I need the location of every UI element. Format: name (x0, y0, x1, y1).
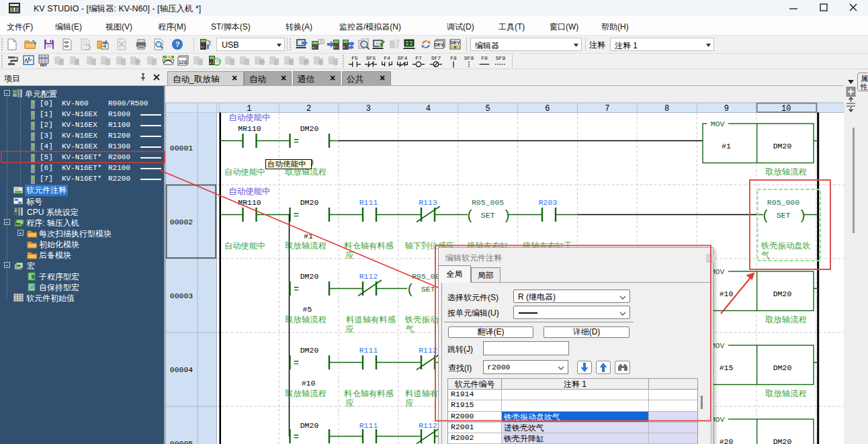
svg-text:=: = (294, 358, 299, 368)
svg-text:DM20: DM20 (773, 290, 792, 298)
svg-text:DM20: DM20 (300, 198, 319, 207)
svg-text:取放轴流程: 取放轴流程 (765, 315, 806, 324)
svg-text:DM20: DM20 (773, 363, 792, 372)
svg-text:MR110: MR110 (238, 198, 261, 207)
svg-text:R112: R112 (359, 272, 378, 281)
svg-text:00004: 00004 (170, 365, 193, 374)
svg-text:料仓轴有料感: 料仓轴有料感 (344, 241, 394, 251)
svg-text:R112: R112 (419, 346, 437, 355)
svg-text:取放轴流程: 取放轴流程 (285, 389, 326, 398)
svg-text:DM20: DM20 (300, 272, 319, 281)
svg-text:DM20: DM20 (300, 124, 319, 133)
svg-text:(: ( (406, 282, 415, 298)
svg-text:气: 气 (761, 251, 769, 260)
svg-text:#1: #1 (304, 232, 313, 240)
svg-text:00001: 00001 (170, 144, 193, 152)
svg-text:R111: R111 (359, 421, 378, 430)
svg-text:4: 4 (426, 104, 431, 114)
svg-text:应: 应 (346, 251, 354, 260)
svg-text:=: = (294, 432, 299, 442)
svg-text:=: = (294, 284, 299, 294)
svg-text:2: 2 (306, 104, 311, 114)
svg-text:应: 应 (346, 324, 354, 334)
svg-text:SET: SET (421, 285, 435, 294)
svg-text:R113: R113 (419, 198, 437, 207)
svg-text:R111: R111 (359, 346, 378, 355)
svg-text:取放轴流程: 取放轴流程 (765, 389, 806, 398)
svg-text:#1: #1 (722, 142, 731, 150)
svg-text:铁壳振动盘吹: 铁壳振动盘吹 (761, 241, 811, 251)
svg-text:(: ( (466, 208, 474, 224)
svg-text:00005: 00005 (170, 439, 193, 444)
svg-text:DM20: DM20 (773, 437, 792, 444)
svg-text:R112: R112 (419, 421, 437, 430)
svg-text:自动使能中: 自动使能中 (228, 113, 271, 122)
svg-text:料道轴有料感: 料道轴有料感 (346, 315, 396, 324)
svg-text:1: 1 (247, 104, 251, 114)
svg-text:#10: #10 (302, 379, 316, 388)
svg-text:MOV: MOV (711, 120, 725, 128)
svg-text:DM20: DM20 (300, 346, 319, 355)
svg-text:00003: 00003 (170, 292, 193, 300)
svg-text:SET: SET (777, 211, 791, 220)
svg-text:R05_005: R05_005 (472, 198, 504, 207)
svg-text:#5: #5 (303, 305, 312, 314)
svg-text:取放轴流程: 取放轴流程 (765, 167, 806, 177)
svg-text:7: 7 (605, 104, 609, 114)
svg-text:=: = (294, 136, 299, 146)
svg-text:MR110: MR110 (238, 124, 261, 133)
svg-text:5: 5 (486, 104, 490, 114)
svg-text:#10: #10 (720, 290, 734, 298)
svg-text:R111: R111 (359, 198, 378, 207)
svg-text:): ) (798, 208, 806, 224)
svg-text:(: ( (761, 208, 769, 224)
svg-text:#20: #20 (720, 437, 734, 444)
svg-text:取放轴流程: 取放轴流程 (285, 241, 326, 251)
svg-text:自动使能中: 自动使能中 (224, 241, 265, 251)
svg-text:6: 6 (545, 104, 550, 114)
svg-text:#15: #15 (720, 363, 734, 372)
svg-text:应: 应 (346, 398, 354, 408)
svg-text:DM20: DM20 (300, 421, 319, 430)
svg-text:00002: 00002 (170, 218, 193, 226)
svg-text:应: 应 (406, 398, 414, 408)
svg-text:SET: SET (481, 211, 495, 220)
svg-text:自动使能中: 自动使能中 (228, 187, 271, 196)
svg-text:8: 8 (664, 104, 669, 114)
svg-text:取放轴流程: 取放轴流程 (285, 315, 326, 324)
svg-text:DM20: DM20 (773, 142, 792, 150)
svg-text:9: 9 (724, 104, 729, 114)
svg-text:): ) (503, 208, 511, 224)
svg-text:料仓轴有料感: 料仓轴有料感 (344, 389, 394, 398)
svg-text:=: = (294, 210, 299, 220)
svg-text:气: 气 (406, 324, 414, 334)
svg-text:自动使能中: 自动使能中 (224, 167, 265, 177)
svg-text:R05_000: R05_000 (767, 198, 799, 207)
svg-text:3: 3 (366, 104, 371, 114)
svg-text:R203: R203 (539, 198, 558, 207)
